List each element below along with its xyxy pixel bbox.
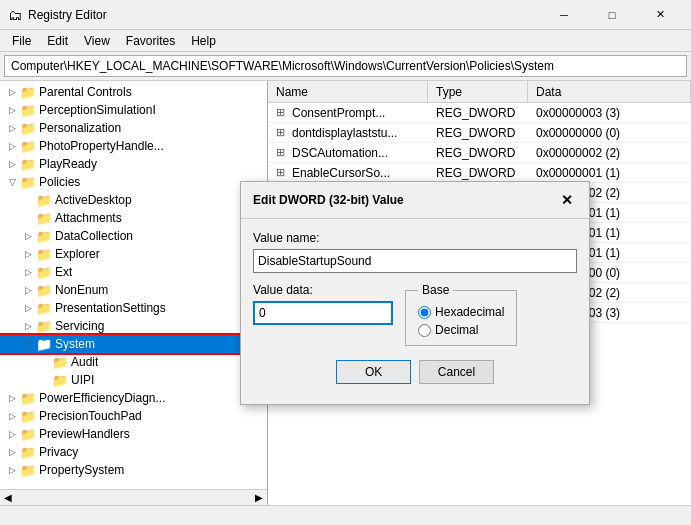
dialog-overlay: Edit DWORD (32-bit) Value ✕ Value name: … [0,81,691,505]
base-fieldset: Base Hexadecimal Decimal [405,283,517,346]
close-button[interactable]: ✕ [637,4,683,26]
decimal-option[interactable]: Decimal [418,323,504,337]
decimal-radio[interactable] [418,324,431,337]
dialog-title-bar: Edit DWORD (32-bit) Value ✕ [241,182,589,219]
value-data-label: Value data: [253,283,393,297]
address-path: Computer\HKEY_LOCAL_MACHINE\SOFTWARE\Mic… [11,59,554,73]
app-icon: 🗂 [8,7,22,23]
hexadecimal-radio[interactable] [418,306,431,319]
hexadecimal-option[interactable]: Hexadecimal [418,305,504,319]
value-data-section: Value data: [253,283,393,325]
menu-item-edit[interactable]: Edit [39,32,76,49]
window-controls: ─ □ ✕ [541,4,683,26]
dialog-close-button[interactable]: ✕ [557,190,577,210]
dialog-body: Value name: Value data: Base Hexadecimal [241,219,589,404]
menu-item-file[interactable]: File [4,32,39,49]
dialog-title-text: Edit DWORD (32-bit) Value [253,193,404,207]
decimal-label: Decimal [435,323,478,337]
title-bar: 🗂 Registry Editor ─ □ ✕ [0,0,691,30]
dialog-data-row: Value data: Base Hexadecimal Decimal [253,283,577,346]
dialog-buttons: OK Cancel [253,356,577,392]
menu-item-view[interactable]: View [76,32,118,49]
base-legend: Base [418,283,453,297]
cancel-button[interactable]: Cancel [419,360,494,384]
value-name-label: Value name: [253,231,577,245]
menu-bar: FileEditViewFavoritesHelp [0,30,691,52]
maximize-button[interactable]: □ [589,4,635,26]
app-title: Registry Editor [28,8,541,22]
address-bar: Computer\HKEY_LOCAL_MACHINE\SOFTWARE\Mic… [4,55,687,77]
edit-dword-dialog: Edit DWORD (32-bit) Value ✕ Value name: … [240,181,590,405]
status-bar [0,505,691,525]
menu-item-favorites[interactable]: Favorites [118,32,183,49]
hexadecimal-label: Hexadecimal [435,305,504,319]
value-name-input[interactable] [253,249,577,273]
value-data-input[interactable] [253,301,393,325]
ok-button[interactable]: OK [336,360,411,384]
minimize-button[interactable]: ─ [541,4,587,26]
main-content: ▷📁Parental Controls▷📁PerceptionSimulatio… [0,80,691,505]
menu-item-help[interactable]: Help [183,32,224,49]
